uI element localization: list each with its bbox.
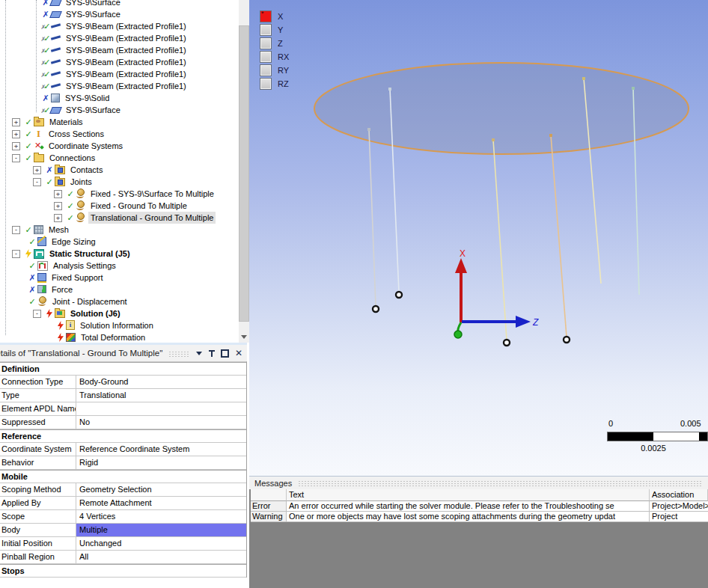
status-cross-icon — [40, 8, 51, 20]
field-value[interactable]: Translational — [76, 389, 246, 402]
tree-item-total-deformation[interactable]: Total Deformation — [0, 331, 239, 343]
expand-toggle[interactable]: - — [12, 154, 20, 162]
chevron-down-icon[interactable] — [196, 352, 202, 358]
expand-toggle[interactable]: - — [12, 250, 20, 258]
details-caption-bar: Details of "Translational - Ground To Mu… — [0, 343, 247, 362]
dof-checkbox-rz[interactable] — [260, 78, 272, 90]
tree-item-label: Static Structural (J5) — [47, 248, 132, 260]
dof-checkbox-ry[interactable] — [260, 64, 272, 76]
tree-item-fixed-support[interactable]: Fixed Support — [0, 272, 239, 284]
expand-toggle[interactable]: - — [12, 226, 20, 234]
status-check-icon — [65, 188, 76, 200]
column-header-text[interactable]: Text — [287, 489, 650, 501]
dof-label: Z — [278, 39, 283, 48]
tree-item-sys-9-beam-extracted-profile1[interactable]: SYS-9\Beam (Extracted Profile1) — [0, 20, 239, 32]
column-header-severity[interactable] — [251, 489, 287, 501]
field-value[interactable]: Body-Ground — [76, 376, 246, 388]
tree-item-label: Edge Sizing — [49, 236, 98, 248]
tree-item-edge-sizing[interactable]: Edge Sizing — [0, 236, 239, 248]
expand-toggle[interactable]: + — [12, 130, 20, 138]
field-value[interactable]: Unchanged — [76, 537, 246, 550]
tree-item-cross-sections[interactable]: +Cross Sections — [0, 128, 239, 140]
tree-item-coordinate-systems[interactable]: +Coordinate Systems — [0, 140, 239, 152]
tree-item-force[interactable]: Force — [0, 284, 239, 295]
disc-surface-body[interactable] — [314, 63, 689, 154]
field-value[interactable]: Reference Coordinate System — [76, 443, 246, 456]
tree-item-label: Fixed - Ground To Multiple — [88, 200, 189, 212]
tree-item-label: SYS-9\Beam (Extracted Profile1) — [64, 56, 189, 68]
expand-toggle[interactable]: - — [33, 310, 41, 318]
dof-checkbox-z[interactable] — [260, 37, 272, 49]
expand-toggle[interactable]: + — [12, 118, 20, 126]
tree-item-sys-9-surface[interactable]: SYS-9\Surface — [0, 8, 239, 20]
tree-item-sys-9-beam-extracted-profile1[interactable]: SYS-9\Beam (Extracted Profile1) — [0, 56, 239, 68]
field-value[interactable]: No — [76, 416, 246, 429]
tree-item-label: Solution (J6) — [68, 307, 123, 319]
tree-scrollbar-thumb[interactable] — [239, 25, 249, 322]
tree-item-mesh[interactable]: -Mesh — [0, 224, 239, 236]
status-check-icon — [23, 116, 34, 128]
tree-item-fixed-sys-9-surface-to-multiple[interactable]: +Fixed - SYS-9\Surface To Multiple — [0, 188, 239, 200]
ruler-min-label: 0 — [608, 419, 613, 428]
tree-item-sys-9-beam-extracted-profile1[interactable]: SYS-9\Beam (Extracted Profile1) — [0, 80, 239, 92]
field-value[interactable]: 4 Vertices — [76, 510, 246, 523]
tree-item-solution-information[interactable]: Solution Information — [0, 319, 239, 331]
tree-item-connections[interactable]: -Connections — [0, 152, 239, 164]
tree-item-sys-9-beam-extracted-profile1[interactable]: SYS-9\Beam (Extracted Profile1) — [0, 68, 239, 80]
message-row-error[interactable]: Error An error occurred while starting t… — [251, 501, 708, 512]
section-label: Mobile — [0, 471, 245, 483]
dof-checkbox-x[interactable] — [260, 10, 272, 22]
dof-checkbox-rx[interactable] — [260, 51, 272, 63]
scoped-vertex-markers[interactable] — [373, 292, 570, 346]
tree-item-analysis-settings[interactable]: Analysis Settings — [0, 260, 239, 272]
close-icon[interactable]: ✕ — [235, 349, 242, 358]
solid-icon — [51, 94, 60, 102]
tree-item-label: Fixed Support — [49, 272, 105, 284]
tree-item-sys-9-beam-extracted-profile1[interactable]: SYS-9\Beam (Extracted Profile1) — [0, 32, 239, 44]
tree-item-label: SYS-9\Surface — [64, 8, 123, 20]
tree-item-sys-9-solid[interactable]: SYS-9\Solid — [0, 92, 239, 104]
expand-toggle[interactable]: + — [12, 142, 20, 150]
field-value[interactable] — [76, 402, 246, 415]
section-label: Definition — [0, 363, 245, 375]
dof-checkbox-y[interactable] — [260, 24, 272, 36]
field-value-selected[interactable]: Multiple — [76, 524, 246, 536]
tree-item-sys-9-surface[interactable]: SYS-9\Surface — [0, 104, 239, 116]
tree-item-materials[interactable]: +Materials — [0, 116, 239, 128]
expand-toggle[interactable]: + — [54, 202, 62, 210]
tree-item-translational-ground-to-multiple[interactable]: +Translational - Ground To Multiple — [0, 212, 239, 224]
tree-item-solution-j6[interactable]: -Solution (J6) — [0, 307, 239, 319]
tree-item-joints[interactable]: -Joints — [0, 176, 239, 188]
field-value[interactable]: All — [76, 551, 246, 563]
field-label: Pinball Region — [0, 551, 76, 563]
tree-scroll-down-button[interactable] — [239, 331, 249, 343]
field-value[interactable]: Rigid — [76, 456, 246, 469]
tree-item-contacts[interactable]: +Contacts — [0, 164, 239, 176]
dof-label: X — [278, 12, 283, 21]
field-value[interactable]: Geometry Selection — [76, 483, 246, 496]
column-header-association[interactable]: Association — [650, 489, 708, 501]
3d-scene[interactable]: X Z — [249, 0, 708, 476]
axis-y-sphere — [454, 331, 462, 338]
maximize-icon[interactable] — [221, 349, 229, 358]
expand-toggle[interactable]: + — [33, 166, 41, 174]
field-value[interactable]: Remote Attachment — [76, 497, 246, 509]
expand-toggle[interactable]: + — [54, 214, 62, 222]
tree-item-static-structural-j5[interactable]: -Static Structural (J5) — [0, 248, 239, 260]
field-label: Coordinate System — [0, 443, 76, 456]
graphics-viewport[interactable]: X Z X Y Z RX RY RZ 0 0.005 0.0025 — [249, 0, 708, 476]
tree-item-label: SYS-9\Beam (Extracted Profile1) — [64, 44, 189, 56]
details-field-row: Pinball RegionAll — [0, 551, 246, 564]
tree-item-sys-9-surface[interactable]: SYS-9\Surface — [0, 0, 239, 8]
tree-item-joint-displacement[interactable]: Joint - Displacement — [0, 295, 239, 307]
beam-icon — [51, 81, 61, 91]
dof-row-y: Y — [260, 24, 289, 35]
pin-icon[interactable] — [208, 349, 215, 358]
tree-scrollbar[interactable] — [239, 0, 249, 343]
expand-toggle[interactable]: + — [54, 190, 62, 198]
expand-toggle[interactable]: - — [33, 178, 41, 186]
tree-item-sys-9-beam-extracted-profile1[interactable]: SYS-9\Beam (Extracted Profile1) — [0, 44, 239, 56]
status-cross-icon — [27, 284, 37, 295]
message-row-warning[interactable]: Warning One or more objects may have los… — [251, 512, 708, 522]
tree-item-fixed-ground-to-multiple[interactable]: +Fixed - Ground To Multiple — [0, 200, 239, 212]
